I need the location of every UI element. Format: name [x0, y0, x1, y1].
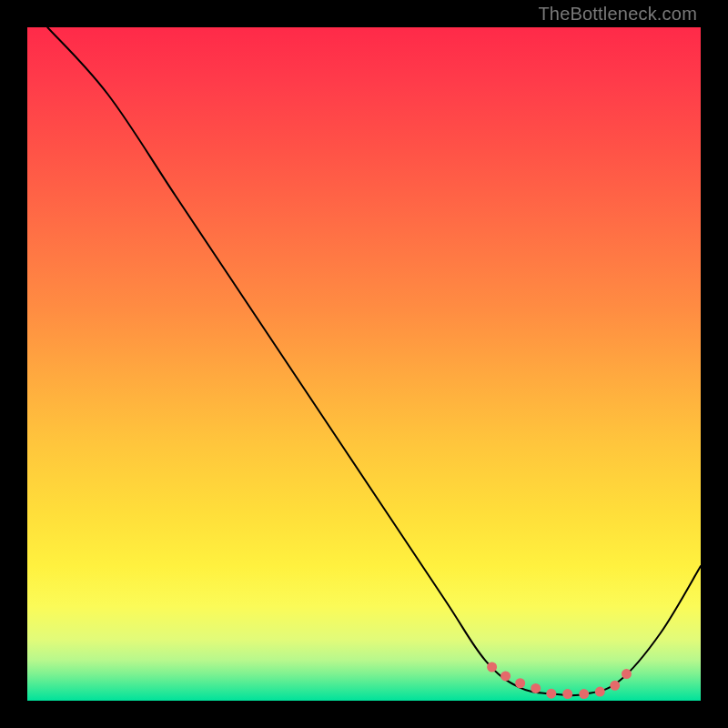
chart-svg [27, 27, 701, 701]
watermark-text: TheBottleneck.com [538, 4, 697, 25]
plot-area [27, 27, 701, 701]
chart-frame: TheBottleneck.com [0, 0, 728, 728]
bottleneck-curve [47, 27, 701, 695]
highlight-dots [492, 667, 633, 694]
